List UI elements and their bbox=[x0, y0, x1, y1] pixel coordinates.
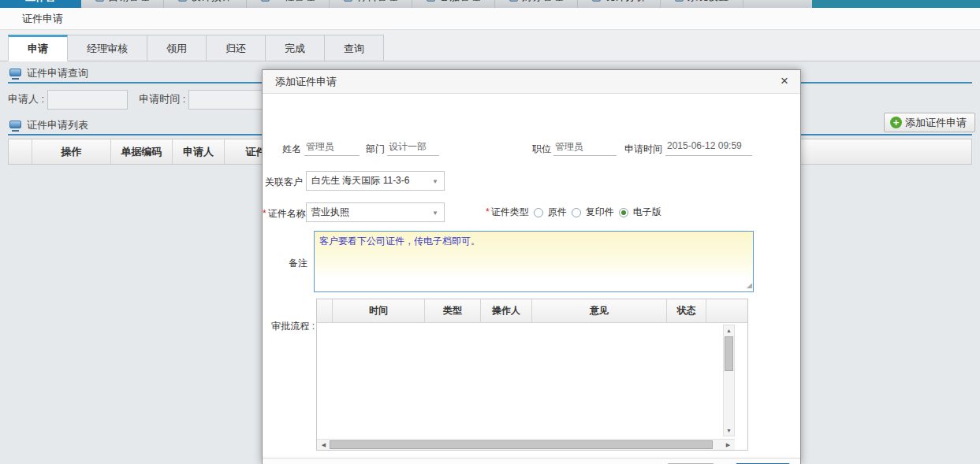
page-title: 证件申请 bbox=[0, 8, 980, 30]
nav-item-materials[interactable]: 材料管理 bbox=[330, 0, 412, 8]
design-budget-icon bbox=[178, 0, 187, 2]
scrollbar-thumb[interactable] bbox=[330, 440, 713, 449]
approval-column-time: 时间 bbox=[333, 299, 425, 322]
nav-item-label: 工程管理 bbox=[274, 0, 315, 8]
nav-item-statistics[interactable]: 统计分析 bbox=[578, 0, 661, 8]
approval-column-fill bbox=[706, 299, 747, 322]
customer-dropdown[interactable]: 白先生 海天国际 11-3-6 ▼ bbox=[306, 171, 445, 191]
horizontal-scrollbar[interactable]: ◀ ▶ bbox=[317, 439, 735, 450]
scrollbar-thumb[interactable] bbox=[725, 336, 733, 371]
required-mark: * bbox=[263, 208, 266, 219]
apply-time-value: 2015-06-12 09:59 bbox=[665, 140, 752, 156]
approval-flow-table: 时间 类型 操作人 意见 状态 ▲ ▼ ◀ ▶ bbox=[316, 299, 748, 451]
tab-manager-review[interactable]: 经理审核 bbox=[68, 35, 147, 61]
cert-name-dropdown[interactable]: 营业执照 ▼ bbox=[306, 202, 445, 222]
radio-copy-label: 复印件 bbox=[586, 206, 614, 219]
column-doc-code: 单据编码 bbox=[111, 139, 173, 164]
cert-name-label: *证件名称 bbox=[263, 207, 303, 221]
remark-text: 客户要看下公司证件，传电子档即可。 bbox=[319, 236, 480, 247]
remark-textarea[interactable]: 客户要看下公司证件，传电子档即可。 ◢ bbox=[314, 231, 754, 292]
tab-receive[interactable]: 领用 bbox=[147, 35, 207, 61]
approval-column-type: 类型 bbox=[425, 299, 481, 322]
approval-table-header: 时间 类型 操作人 意见 状态 bbox=[317, 299, 747, 323]
name-label: 姓名 bbox=[263, 143, 301, 156]
radio-electronic-label: 电子版 bbox=[633, 206, 661, 219]
nav-item-label: 营销管理 bbox=[108, 0, 149, 8]
nav-item-finance[interactable]: 财务管理 bbox=[495, 0, 578, 8]
vertical-scrollbar[interactable]: ▲ ▼ bbox=[723, 325, 735, 436]
nav-item-label: 工作台 bbox=[0, 0, 81, 8]
radio-copy[interactable] bbox=[572, 208, 581, 217]
chevron-down-icon: ▼ bbox=[432, 210, 438, 217]
nav-item-label: 系统设置 bbox=[687, 0, 728, 8]
system-settings-icon bbox=[675, 0, 684, 2]
statistics-icon bbox=[592, 0, 601, 2]
add-button-label: 添加证件申请 bbox=[905, 116, 967, 130]
radio-original[interactable] bbox=[534, 208, 543, 217]
monitor-icon bbox=[9, 68, 21, 80]
apply-time-label: 申请时间 : bbox=[139, 92, 185, 106]
position-value: 管理员 bbox=[553, 140, 617, 156]
cert-type-label: *证件类型 bbox=[486, 206, 529, 219]
scroll-left-icon[interactable]: ◀ bbox=[319, 440, 329, 450]
applicant-label: 申请人 : bbox=[8, 92, 44, 106]
nav-item-label: 材料管理 bbox=[356, 0, 397, 8]
add-certificate-request-dialog: 添加证件申请 × 姓名 管理员 部门 设计一部 职位 管理员 申请时间 2015… bbox=[262, 69, 801, 464]
query-section-title: 证件申请查询 bbox=[27, 66, 88, 80]
scroll-up-icon[interactable]: ▲ bbox=[724, 325, 734, 336]
apply-time-input[interactable] bbox=[188, 90, 269, 110]
radio-original-label: 原件 bbox=[548, 206, 567, 219]
column-operation: 操作 bbox=[32, 139, 111, 164]
column-select bbox=[9, 139, 32, 164]
tab-bar: 申请 经理审核 领用 归还 完成 查询 bbox=[0, 30, 980, 61]
tab-complete[interactable]: 完成 bbox=[266, 35, 325, 61]
column-applicant: 申请人 bbox=[173, 139, 225, 164]
add-certificate-request-button[interactable]: + 添加证件申请 bbox=[884, 113, 975, 132]
cert-type-group: *证件类型 原件 复印件 电子版 bbox=[486, 202, 661, 222]
nav-item-marketing[interactable]: 营销管理 bbox=[81, 0, 164, 8]
approval-column-select bbox=[317, 299, 333, 322]
dialog-footer: 保存 保存/提交 bbox=[263, 458, 800, 464]
finance-icon bbox=[509, 0, 518, 2]
approval-column-operator: 操作人 bbox=[481, 299, 532, 322]
nav-item-engineering[interactable]: 工程管理 bbox=[247, 0, 330, 8]
nav-item-workbench-active[interactable]: 工作台 bbox=[0, 0, 81, 8]
dialog-title: 添加证件申请 bbox=[275, 76, 337, 87]
scroll-down-icon[interactable]: ▼ bbox=[724, 425, 734, 436]
radio-electronic[interactable] bbox=[619, 208, 628, 217]
list-section-title: 证件申请列表 bbox=[27, 118, 88, 132]
nav-item-label: 设计预算 bbox=[191, 0, 232, 8]
tab-apply[interactable]: 申请 bbox=[8, 35, 68, 61]
nav-item-label: 客服管理 bbox=[439, 0, 480, 8]
nav-item-label: 统计分析 bbox=[605, 0, 646, 8]
cert-name-value: 营业执照 bbox=[307, 203, 444, 221]
top-nav-bar: 营销管理 设计预算 工程管理 材料管理 客服管理 财务管理 统计分析 系统设置 … bbox=[0, 0, 980, 8]
chevron-down-icon: ▼ bbox=[432, 178, 438, 185]
close-icon[interactable]: × bbox=[777, 70, 792, 94]
department-value: 设计一部 bbox=[387, 140, 439, 156]
nav-item-system-settings[interactable]: 系统设置 bbox=[661, 0, 743, 8]
top-nav-menu: 营销管理 设计预算 工程管理 材料管理 客服管理 财务管理 统计分析 系统设置 bbox=[81, 0, 812, 8]
remark-label: 备注 bbox=[263, 257, 307, 270]
plus-icon: + bbox=[890, 117, 902, 128]
approval-flow-label: 审批流程 : bbox=[263, 320, 315, 333]
tab-query[interactable]: 查询 bbox=[325, 35, 384, 61]
nav-item-customer-service[interactable]: 客服管理 bbox=[412, 0, 495, 8]
resize-handle-icon[interactable]: ◢ bbox=[747, 279, 752, 291]
nav-item-label: 财务管理 bbox=[522, 0, 563, 8]
scroll-right-icon[interactable]: ▶ bbox=[723, 440, 733, 450]
engineering-icon bbox=[261, 0, 270, 2]
monitor-icon bbox=[9, 120, 21, 132]
customer-value: 白先生 海天国际 11-3-6 bbox=[307, 172, 444, 190]
applicant-input[interactable] bbox=[47, 90, 128, 110]
customer-label: 关联客户 bbox=[263, 176, 303, 189]
marketing-icon bbox=[95, 0, 104, 2]
department-label: 部门 bbox=[341, 143, 385, 156]
position-label: 职位 bbox=[491, 143, 551, 156]
dialog-header: 添加证件申请 × bbox=[263, 70, 800, 94]
tab-return[interactable]: 归还 bbox=[207, 35, 266, 61]
customer-service-icon bbox=[427, 0, 435, 2]
nav-item-design-budget[interactable]: 设计预算 bbox=[164, 0, 247, 8]
approval-column-opinion: 意见 bbox=[532, 299, 667, 322]
approval-column-status: 状态 bbox=[667, 299, 706, 322]
